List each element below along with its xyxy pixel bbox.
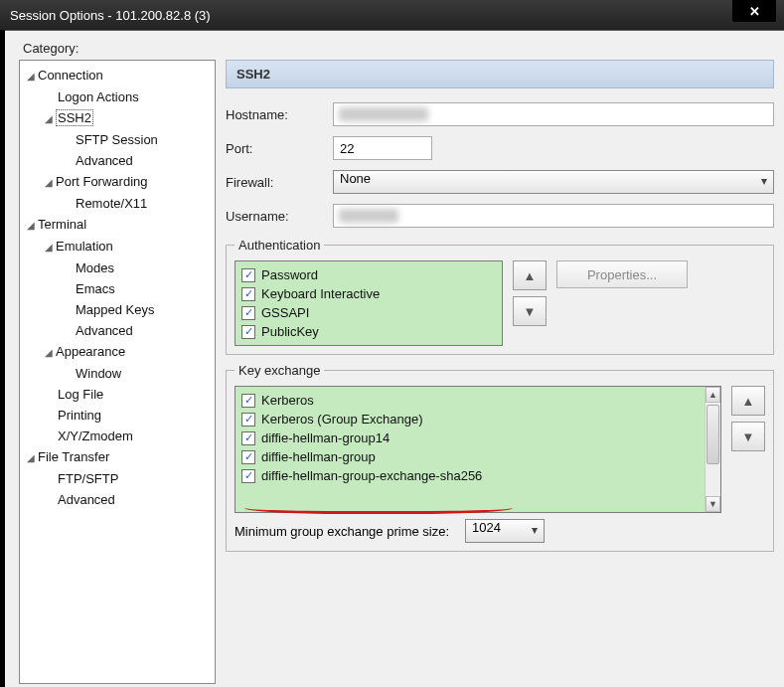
tree-item-connection[interactable]: Connection: [38, 68, 103, 83]
kex-item-label: Kerberos (Group Exchange): [261, 412, 423, 427]
settings-panel: SSH2 Hostname: Port: Firewall: None Us: [226, 60, 774, 684]
tree-item-ssh2[interactable]: SSH2: [56, 109, 93, 126]
tree-toggle-connection[interactable]: ◢: [26, 66, 36, 86]
close-button[interactable]: ✕: [732, 0, 776, 22]
checkbox-icon[interactable]: ✓: [241, 450, 255, 464]
tree-item-emacs[interactable]: Emacs: [62, 278, 115, 299]
tree-item-xyzmodem[interactable]: X/Y/Zmodem: [44, 426, 133, 446]
firewall-label: Firewall:: [226, 175, 325, 190]
checkbox-icon[interactable]: ✓: [241, 306, 255, 320]
auth-item[interactable]: ✓PublicKey: [239, 322, 498, 341]
close-icon: ✕: [749, 4, 760, 19]
kex-item-label: diffie-hellman-group14: [261, 430, 390, 445]
tree-item-mapped-keys[interactable]: Mapped Keys: [62, 299, 155, 320]
tree-item-window[interactable]: Window: [62, 363, 121, 384]
tree-toggle-file-transfer[interactable]: ◢: [26, 447, 36, 468]
key-exchange-legend: Key exchange: [235, 363, 324, 378]
tree-toggle-appearance[interactable]: ◢: [44, 342, 54, 363]
port-label: Port:: [226, 141, 325, 156]
scroll-up-button[interactable]: ▲: [706, 387, 720, 403]
username-label: Username:: [226, 209, 325, 224]
tree-item-emu-advanced[interactable]: Advanced: [62, 320, 133, 341]
kex-item[interactable]: ✓diffie-hellman-group-exchange-sha256: [239, 466, 699, 485]
titlebar: Session Options - 101.200.82.8 (3) ✕: [0, 0, 784, 30]
auth-item-label: GSSAPI: [261, 305, 309, 320]
kex-item[interactable]: ✓diffie-hellman-group: [239, 447, 699, 466]
tree-item-file-transfer[interactable]: File Transfer: [38, 449, 109, 464]
username-input[interactable]: [333, 204, 774, 228]
tree-item-ssh2-advanced[interactable]: Advanced: [62, 150, 133, 171]
min-prime-label: Minimum group exchange prime size:: [235, 524, 449, 539]
window-body: Category: ◢Connection Logon Actions ◢SSH…: [5, 30, 784, 687]
category-tree: ◢Connection Logon Actions ◢SSH2 SFTP Ses…: [24, 65, 213, 510]
kex-item-label: diffie-hellman-group: [261, 449, 376, 464]
tree-item-log-file[interactable]: Log File: [44, 384, 103, 405]
checkbox-icon[interactable]: ✓: [241, 413, 255, 427]
kex-item[interactable]: ✓diffie-hellman-group14: [239, 429, 699, 447]
triangle-down-icon: ▼: [742, 429, 755, 444]
scroll-down-button[interactable]: ▼: [706, 496, 720, 512]
tree-item-appearance[interactable]: Appearance: [56, 344, 125, 359]
section-header: SSH2: [226, 60, 774, 88]
min-prime-select[interactable]: 1024: [465, 519, 545, 543]
checkbox-icon[interactable]: ✓: [241, 394, 255, 408]
kex-item[interactable]: ✓Kerberos (Group Exchange): [239, 410, 699, 429]
kex-move-down-button[interactable]: ▼: [731, 422, 765, 451]
tree-item-logon-actions[interactable]: Logon Actions: [44, 86, 139, 107]
kex-move-up-button[interactable]: ▲: [731, 386, 765, 416]
auth-item[interactable]: ✓GSSAPI: [239, 303, 498, 322]
authentication-legend: Authentication: [235, 238, 324, 253]
tree-item-modes[interactable]: Modes: [62, 258, 114, 278]
window-title: Session Options - 101.200.82.8 (3): [10, 8, 211, 23]
checkbox-icon[interactable]: ✓: [241, 431, 255, 445]
triangle-down-icon: ▼: [524, 304, 537, 319]
tree-item-remote-x11[interactable]: Remote/X11: [62, 193, 147, 214]
key-exchange-group: Key exchange ✓Kerberos✓Kerberos (Group E…: [226, 363, 774, 552]
auth-item-label: Keyboard Interactive: [261, 286, 380, 301]
kex-item[interactable]: ✓Kerberos: [239, 391, 699, 410]
checkbox-icon[interactable]: ✓: [241, 469, 255, 483]
category-label: Category:: [23, 41, 774, 56]
firewall-select[interactable]: None: [333, 170, 774, 194]
triangle-up-icon: ▲: [524, 268, 537, 283]
triangle-up-icon: ▲: [742, 394, 755, 409]
kex-item-label: Kerberos: [261, 393, 314, 408]
checkbox-icon[interactable]: ✓: [241, 287, 255, 301]
auth-move-up-button[interactable]: ▲: [513, 260, 547, 290]
category-tree-panel: ◢Connection Logon Actions ◢SSH2 SFTP Ses…: [19, 60, 216, 684]
min-prime-value: 1024: [472, 520, 501, 535]
authentication-listbox[interactable]: ✓Password✓Keyboard Interactive✓GSSAPI✓Pu…: [235, 260, 503, 346]
hostname-label: Hostname:: [226, 107, 325, 122]
checkbox-icon[interactable]: ✓: [241, 268, 255, 282]
redacted-hostname: [339, 107, 428, 121]
auth-move-down-button[interactable]: ▼: [513, 296, 547, 326]
tree-item-ftp-sftp[interactable]: FTP/SFTP: [44, 468, 118, 489]
auth-item-label: Password: [261, 267, 318, 282]
authentication-group: Authentication ✓Password✓Keyboard Intera…: [226, 238, 774, 355]
kex-scrollbar[interactable]: ▲ ▼: [705, 387, 720, 512]
auth-item-label: PublicKey: [261, 324, 319, 339]
redacted-username: [339, 209, 398, 223]
kex-item-label: diffie-hellman-group-exchange-sha256: [261, 468, 482, 483]
tree-item-port-forwarding[interactable]: Port Forwarding: [56, 174, 147, 189]
tree-item-sftp-session[interactable]: SFTP Session: [62, 129, 158, 150]
scroll-thumb[interactable]: [706, 405, 719, 464]
tree-toggle-terminal[interactable]: ◢: [26, 215, 36, 236]
tree-item-terminal[interactable]: Terminal: [38, 217, 86, 232]
tree-item-ft-advanced[interactable]: Advanced: [44, 489, 115, 510]
tree-toggle-emulation[interactable]: ◢: [44, 237, 54, 258]
port-input[interactable]: [333, 136, 432, 160]
checkbox-icon[interactable]: ✓: [241, 325, 255, 339]
tree-item-printing[interactable]: Printing: [44, 405, 101, 426]
firewall-value: None: [340, 171, 371, 186]
key-exchange-listbox[interactable]: ✓Kerberos✓Kerberos (Group Exchange)✓diff…: [235, 386, 721, 513]
tree-toggle-port-forwarding[interactable]: ◢: [44, 172, 54, 193]
auth-item[interactable]: ✓Keyboard Interactive: [239, 284, 498, 303]
properties-button[interactable]: Properties...: [556, 260, 688, 288]
auth-item[interactable]: ✓Password: [239, 265, 498, 284]
tree-item-emulation[interactable]: Emulation: [56, 239, 113, 254]
tree-toggle-ssh2[interactable]: ◢: [44, 108, 54, 129]
